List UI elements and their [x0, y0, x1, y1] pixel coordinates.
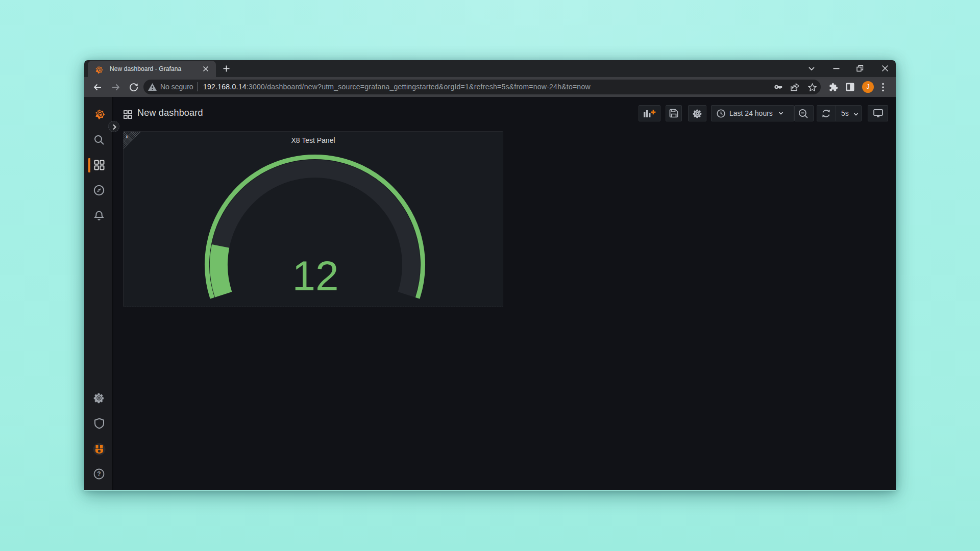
svg-text:?: ? [97, 470, 101, 478]
